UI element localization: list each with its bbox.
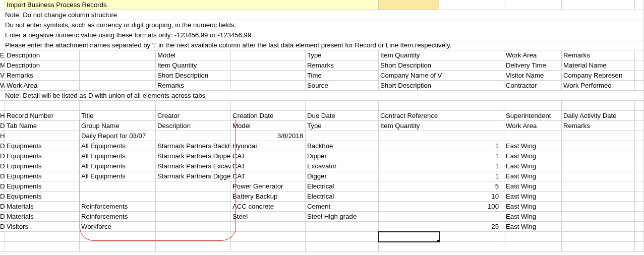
note-row[interactable]: Note: Do not change column structure — [0, 10, 644, 20]
data-cell[interactable] — [156, 212, 231, 222]
blank-cell[interactable] — [635, 121, 644, 131]
data-cell[interactable]: Type — [306, 121, 379, 131]
data-cell[interactable]: Description — [5, 50, 80, 60]
data-cell[interactable]: CAT — [231, 171, 306, 181]
blank-cell[interactable] — [635, 151, 644, 161]
blank-cell[interactable] — [504, 0, 562, 10]
row-type-cell[interactable]: H — [0, 131, 5, 141]
blank-cell[interactable] — [504, 242, 562, 252]
row-type-cell[interactable]: Equipment — [0, 50, 5, 60]
data-cell[interactable] — [379, 141, 439, 151]
data-cell[interactable]: East Wing — [504, 151, 562, 161]
data-cell[interactable]: Battery Backup — [231, 192, 306, 202]
row-type-cell[interactable]: D — [0, 212, 5, 222]
data-cell[interactable]: Description — [156, 121, 231, 131]
data-cell[interactable] — [80, 181, 156, 192]
blank-cell[interactable] — [562, 0, 635, 10]
data-cell[interactable]: Short Description — [379, 60, 439, 71]
data-cell[interactable] — [80, 60, 156, 71]
blank-cell[interactable] — [80, 101, 156, 111]
data-cell[interactable] — [231, 50, 306, 60]
data-cell[interactable]: Materials — [5, 212, 80, 222]
data-cell[interactable]: East Wing — [504, 141, 562, 151]
blank-cell[interactable] — [231, 232, 306, 242]
spreadsheet-grid[interactable]: Import Business Process Records Note: Do… — [0, 0, 644, 252]
blank-cell[interactable] — [439, 232, 501, 242]
data-cell[interactable]: Equipments — [5, 192, 80, 202]
data-cell[interactable]: 3/8/2018 — [231, 131, 306, 141]
data-cell[interactable]: Item Quantity — [379, 121, 439, 131]
data-cell[interactable]: Dipper — [306, 151, 379, 161]
data-cell[interactable]: Company Represen — [562, 71, 635, 81]
data-cell[interactable]: Daily Activity Date — [562, 111, 635, 121]
data-cell[interactable] — [156, 192, 231, 202]
data-cell[interactable]: Type — [306, 50, 379, 60]
data-cell[interactable]: All Equipments — [80, 151, 156, 161]
row-type-cell[interactable]: D — [0, 161, 5, 171]
data-cell[interactable]: Excavator — [306, 161, 379, 171]
data-cell[interactable] — [504, 131, 562, 141]
blank-cell[interactable] — [635, 192, 644, 202]
blank-cell[interactable] — [379, 101, 439, 111]
data-cell[interactable]: All Equipments — [80, 141, 156, 151]
data-cell[interactable]: Record Number — [5, 111, 80, 121]
data-cell[interactable]: Daily Report for 03/07 — [80, 131, 156, 141]
data-cell[interactable]: East Wing — [504, 171, 562, 181]
data-cell[interactable] — [562, 222, 635, 232]
data-cell[interactable]: Electrical — [306, 181, 379, 192]
blank-cell[interactable] — [635, 101, 644, 111]
data-cell[interactable]: Digger — [306, 171, 379, 181]
data-cell[interactable] — [562, 151, 635, 161]
data-cell[interactable]: 10 — [439, 192, 501, 202]
blank-cell[interactable] — [635, 161, 644, 171]
blank-cell[interactable] — [156, 242, 231, 252]
data-cell[interactable]: Superintendent — [504, 111, 562, 121]
row-type-cell[interactable]: D — [0, 222, 5, 232]
blank-cell[interactable] — [306, 101, 379, 111]
data-cell[interactable]: Source — [306, 81, 379, 91]
data-cell[interactable] — [562, 192, 635, 202]
data-cell[interactable]: 5 — [439, 181, 501, 192]
data-cell[interactable]: Creator — [156, 111, 231, 121]
data-cell[interactable] — [379, 212, 439, 222]
data-cell[interactable]: Electrical — [306, 192, 379, 202]
data-cell[interactable]: Work Area — [504, 50, 562, 60]
data-cell[interactable] — [379, 171, 439, 181]
data-cell[interactable]: Item Quantity — [156, 60, 231, 71]
data-cell[interactable]: Equipments — [5, 141, 80, 151]
data-cell[interactable]: 1 — [439, 141, 501, 151]
data-cell[interactable]: Remarks — [562, 121, 635, 131]
blank-cell[interactable] — [635, 71, 644, 81]
blank-cell[interactable] — [635, 111, 644, 121]
data-cell[interactable]: Company Name of V — [379, 71, 439, 81]
blank-cell[interactable] — [635, 81, 644, 91]
blank-cell[interactable] — [562, 101, 635, 111]
data-cell[interactable]: CAT — [231, 151, 306, 161]
row-type-cell[interactable]: D — [0, 202, 5, 212]
data-cell[interactable]: Material Name — [562, 60, 635, 71]
blank-cell[interactable] — [635, 0, 644, 10]
blank-cell[interactable] — [439, 242, 501, 252]
data-cell[interactable] — [379, 181, 439, 192]
data-cell[interactable]: Item Quantity — [379, 50, 439, 60]
note-detail-row[interactable]: Note: Detail will be listed as D with un… — [0, 91, 644, 101]
blank-cell[interactable] — [306, 242, 379, 252]
data-cell[interactable] — [379, 161, 439, 171]
data-cell[interactable] — [439, 111, 501, 121]
data-cell[interactable]: Starmark Partners BackH — [156, 141, 231, 151]
data-cell[interactable]: Power Generator — [231, 181, 306, 192]
data-cell[interactable] — [80, 81, 156, 91]
data-cell[interactable]: 1 — [439, 151, 501, 161]
blank-cell[interactable] — [504, 232, 562, 242]
data-cell[interactable]: Visitor Name — [504, 71, 562, 81]
data-cell[interactable]: Due Date — [306, 111, 379, 121]
data-cell[interactable]: Starmark Partners Excav — [156, 161, 231, 171]
note-row[interactable]: Do not enter symbols, such as currency o… — [0, 20, 644, 30]
data-cell[interactable]: Description — [5, 60, 80, 71]
blank-cell[interactable] — [80, 242, 156, 252]
data-cell[interactable]: Hyundai — [231, 141, 306, 151]
data-cell[interactable]: CAT — [231, 161, 306, 171]
data-cell[interactable] — [439, 121, 501, 131]
data-cell[interactable] — [439, 60, 501, 71]
data-cell[interactable] — [379, 222, 439, 232]
